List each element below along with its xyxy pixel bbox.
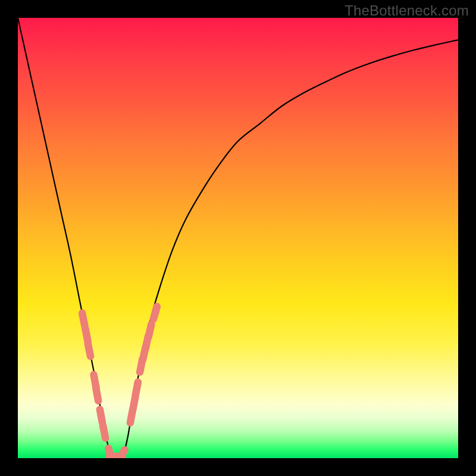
marker-layer (82, 306, 157, 458)
plot-area (18, 18, 458, 458)
curve-marker (96, 388, 98, 401)
curve-marker (154, 306, 157, 319)
watermark-text: TheBottleneck.com (345, 2, 469, 19)
curve-marker (118, 450, 124, 458)
curve-marker (149, 324, 152, 337)
curve-marker (82, 313, 84, 326)
curve-marker (85, 328, 87, 342)
curve-layer (18, 18, 458, 458)
curve-marker (100, 409, 102, 422)
curve-marker (136, 382, 138, 395)
outer-frame: TheBottleneck.com (0, 0, 476, 476)
bottleneck-curve (18, 18, 458, 458)
curve-marker (103, 425, 105, 439)
curve-marker (88, 343, 90, 356)
